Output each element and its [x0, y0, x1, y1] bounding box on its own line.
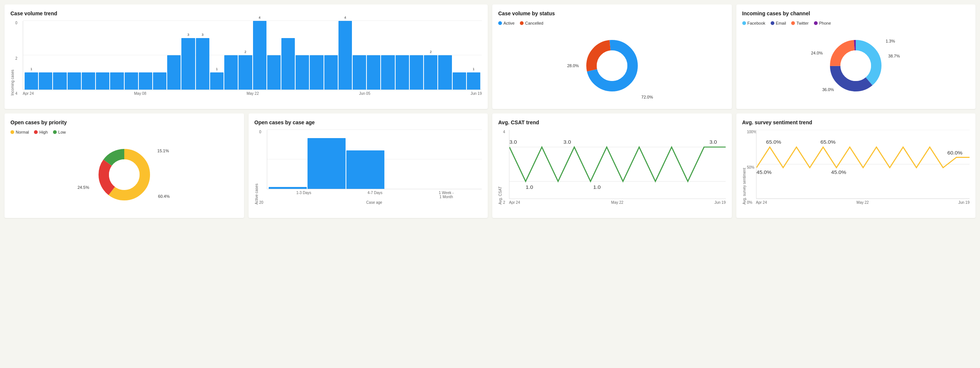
bar-cv	[282, 38, 295, 89]
bar-cv	[453, 72, 466, 89]
legend-label-twitter: Twitter	[796, 21, 808, 25]
legend-label-normal: Normal	[16, 130, 29, 134]
label-245: 24.5%	[78, 185, 89, 190]
x-label-1week: 1 Week - 1 Month	[439, 191, 454, 199]
y-axis-title-cv: Incoming cases	[10, 21, 14, 96]
bar-cv: 2	[239, 55, 252, 89]
bar-cv: 4	[253, 21, 266, 89]
legend-label-phone: Phone	[819, 21, 831, 25]
priority-legend: Normal High Low	[10, 130, 238, 134]
legend-dot-low	[53, 130, 57, 134]
bar-1-3days	[269, 187, 307, 189]
case-volume-trend-card: Case volume trend Incoming cases 4 2 0 1…	[5, 5, 488, 109]
csat-label-4: 1.0	[593, 184, 601, 190]
bar-label-cv: 1	[473, 67, 474, 71]
bar-cv: 4	[339, 21, 352, 89]
bar-cv	[324, 55, 338, 89]
y-axis-labels-cv: 4 2 0	[15, 21, 23, 96]
case-age-chart: Active cases 20 0	[255, 130, 482, 204]
label-387: 38.7%	[888, 54, 900, 58]
legend-dot-facebook	[742, 21, 746, 25]
case-volume-trend-chart: Incoming cases 4 2 0 133124421 Apr 24	[10, 21, 482, 96]
legend-low: Low	[53, 130, 66, 134]
bar-cv: 1	[25, 72, 38, 89]
csat-svg: 3.0 3.0 1.0 1.0 3.0	[509, 130, 726, 199]
bar-cv	[167, 55, 181, 89]
bar-cv	[224, 55, 238, 89]
bar-chart-plot-cv: 133124421 Apr 24 May 08 May 22 Jun 05 Ju…	[23, 21, 482, 96]
legend-dot-phone	[814, 21, 818, 25]
legend-dot-cancelled	[520, 21, 523, 25]
bar-cv	[296, 55, 309, 89]
sent-plot-wrap: 45.0% 65.0% 65.0% 45.0% 60.0% Apr 24 May…	[756, 130, 970, 204]
legend-phone: Phone	[814, 21, 831, 25]
legend-label-cancelled: Cancelled	[525, 21, 543, 25]
x-label-4-7days: 4-7 Days	[368, 191, 382, 199]
csat-label-3: 1.0	[525, 184, 533, 190]
legend-active: Active	[498, 21, 515, 25]
legend-label-email: Email	[776, 21, 786, 25]
status-donut-svg	[582, 36, 642, 96]
sent-label-2: 65.0%	[766, 139, 781, 145]
case-volume-trend-title: Case volume trend	[10, 10, 482, 16]
legend-label-low: Low	[58, 130, 66, 134]
x-label-1-3days: 1-3 Days	[296, 191, 311, 199]
sent-label-1: 45.0%	[756, 170, 772, 175]
y-axis-title-csat: Avg. CSAT	[498, 130, 502, 204]
csat-plot-wrap: 3.0 3.0 1.0 1.0 3.0 Apr 24 May 22 Jun 19	[509, 130, 726, 204]
bar-cv	[310, 55, 323, 89]
bars-row-cv: 133124421	[23, 21, 482, 89]
x-axis-sent: Apr 24 May 22 Jun 19	[756, 201, 970, 204]
bar-cv	[39, 72, 52, 89]
bar-cv	[110, 72, 124, 89]
bar-cv: 1	[210, 72, 224, 89]
legend-twitter: Twitter	[791, 21, 808, 25]
legend-dot-email	[771, 21, 774, 25]
priority-card: Open cases by priority Normal High Low	[5, 113, 244, 218]
legend-facebook: Facebook	[742, 21, 765, 25]
bar-label-cv: 3	[202, 33, 204, 37]
csat-label-5: 3.0	[710, 139, 717, 145]
sent-label-5: 60.0%	[947, 150, 962, 155]
legend-cancelled: Cancelled	[520, 21, 543, 25]
priority-donut-wrap: 15.1% 24.5% 60.4%	[10, 137, 238, 212]
donut-hole	[597, 50, 627, 81]
legend-label-active: Active	[503, 21, 515, 25]
y-axis-labels-ca: 20 0	[259, 130, 267, 204]
status-donut: 28.0% 72.0%	[582, 36, 642, 96]
bar-label-cv: 2	[245, 50, 246, 54]
incoming-channel-title: Incoming cases by channel	[742, 10, 970, 16]
x-axis-ca: 1-3 Days 4-7 Days 1 Week - 1 Month	[267, 191, 482, 199]
case-volume-status-card: Case volume by status Active Cancelled	[492, 5, 732, 109]
bar-grid-cv: 133124421	[23, 21, 482, 90]
label-13: 1.3%	[886, 39, 895, 43]
sent-line	[756, 147, 970, 167]
sentiment-trend-title: Avg. survey sentiment trend	[742, 119, 970, 126]
sent-svg: 45.0% 65.0% 65.0% 45.0% 60.0%	[756, 130, 970, 199]
bar-cv	[68, 72, 81, 89]
priority-title: Open cases by priority	[10, 119, 238, 126]
bars-row-ca	[267, 130, 482, 189]
label-28: 28.0%	[567, 64, 579, 68]
bar-cv	[96, 72, 109, 89]
legend-dot-normal	[10, 130, 14, 134]
bar-cv	[381, 55, 395, 89]
case-age-title: Open cases by case age	[255, 119, 482, 126]
channel-legend: Facebook Email Twitter Phone	[742, 21, 970, 25]
status-donut-wrap: 28.0% 72.0%	[498, 29, 726, 103]
dashboard: Case volume trend Incoming cases 4 2 0 1…	[5, 5, 975, 218]
channel-donut-svg	[826, 36, 886, 96]
sentiment-trend-card: Avg. survey sentiment trend Avg. survey …	[736, 113, 976, 218]
bar-label-cv: 4	[259, 16, 261, 19]
bar-label-cv: 1	[30, 67, 32, 71]
x-axis-title-ca: Case age	[267, 201, 482, 204]
label-240: 24.0%	[811, 51, 822, 55]
label-604: 60.4%	[158, 194, 170, 199]
bar-cv	[82, 72, 95, 89]
y-axis-title-ca: Active cases	[255, 130, 259, 204]
channel-donut-hole	[840, 50, 871, 81]
bar-cv	[153, 72, 167, 89]
bar-label-cv: 2	[430, 50, 432, 54]
csat-chart: Avg. CSAT 2 4 3.0 3.0	[498, 130, 726, 204]
priority-donut-svg	[94, 145, 154, 204]
